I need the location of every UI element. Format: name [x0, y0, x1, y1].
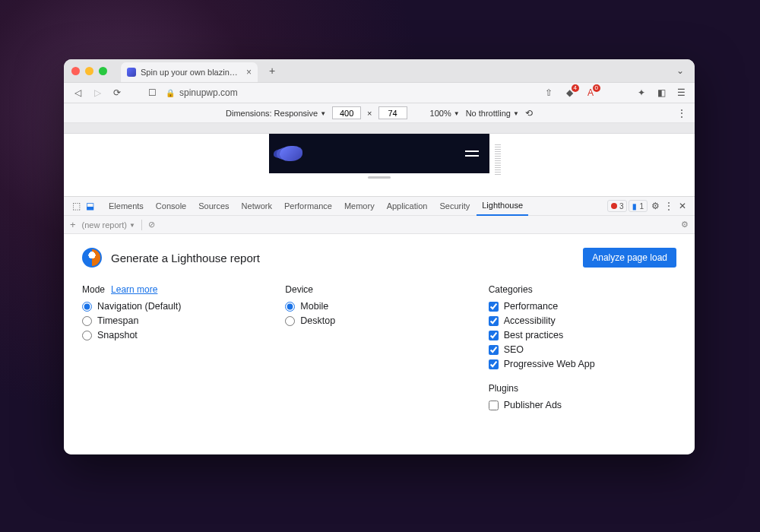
- device-mobile[interactable]: Mobile: [285, 301, 473, 312]
- cat-accessibility[interactable]: Accessibility: [489, 315, 676, 326]
- extensions-icon[interactable]: ✦: [635, 87, 648, 98]
- lighthouse-logo-icon: [82, 248, 102, 268]
- tab-application[interactable]: Application: [382, 197, 433, 216]
- tab-sources[interactable]: Sources: [193, 197, 234, 216]
- cat-seo[interactable]: SEO: [489, 344, 676, 355]
- page-preview[interactable]: [269, 134, 489, 181]
- account-icon[interactable]: ☰: [675, 87, 687, 98]
- back-button[interactable]: ◁: [71, 87, 84, 98]
- categories-heading: Categories: [489, 284, 676, 295]
- tab-strip: Spin up your own blazing fast W × + ⌄: [64, 59, 695, 82]
- tabs-overflow-icon[interactable]: ⌄: [676, 65, 684, 76]
- console-errors-badge[interactable]: 3: [607, 200, 628, 212]
- tab-elements[interactable]: Elements: [103, 197, 149, 216]
- clear-icon[interactable]: ⊘: [148, 220, 155, 230]
- tab-memory[interactable]: Memory: [339, 197, 380, 216]
- plugins-heading: Plugins: [489, 383, 676, 394]
- ruler: [64, 123, 695, 134]
- browser-tab[interactable]: Spin up your own blazing fast W ×: [121, 62, 258, 82]
- favicon-icon: [127, 68, 136, 77]
- share-icon[interactable]: ⇧: [543, 87, 555, 98]
- zoom-dropdown[interactable]: 100% ▼: [430, 109, 460, 118]
- toolbar: ◁ ▷ ⟳ ☐ 🔒 spinupwp.com ⇧ ◆4 A0 ✦ ◧ ☰: [64, 82, 695, 103]
- add-report-button[interactable]: +: [70, 219, 76, 230]
- devtools-more-icon[interactable]: ⋮: [663, 201, 675, 211]
- device-more-icon[interactable]: ⋮: [676, 107, 687, 119]
- categories-column: Categories Performance Accessibility Bes…: [489, 284, 676, 414]
- devtools-tabs: ⬚ ⬓ Elements Console Sources Network Per…: [64, 196, 695, 216]
- mode-navigation[interactable]: Navigation (Default): [82, 301, 270, 312]
- lighthouse-title: Generate a Lighthouse report: [111, 252, 260, 264]
- close-tab-icon[interactable]: ×: [246, 67, 252, 78]
- plugin-publisher-ads[interactable]: Publisher Ads: [489, 400, 676, 410]
- resize-handle[interactable]: [269, 173, 489, 181]
- device-desktop[interactable]: Desktop: [285, 315, 473, 326]
- tab-network[interactable]: Network: [236, 197, 277, 216]
- hamburger-icon[interactable]: [465, 150, 479, 157]
- browser-window: Spin up your own blazing fast W × + ⌄ ◁ …: [64, 59, 695, 454]
- tab-lighthouse[interactable]: Lighthouse: [477, 197, 528, 216]
- devtools-close-icon[interactable]: ✕: [676, 201, 689, 211]
- maximize-window-button[interactable]: [99, 67, 107, 75]
- close-window-button[interactable]: [71, 67, 80, 75]
- device-toggle-icon[interactable]: ⬓: [84, 201, 96, 211]
- inspect-icon[interactable]: ⬚: [70, 201, 82, 211]
- learn-more-link[interactable]: Learn more: [111, 284, 157, 295]
- mode-snapshot[interactable]: Snapshot: [82, 330, 270, 340]
- forward-button[interactable]: ▷: [91, 87, 103, 98]
- reload-button[interactable]: ⟳: [111, 87, 123, 98]
- cat-performance[interactable]: Performance: [489, 301, 676, 312]
- extension-badge-1[interactable]: ◆4: [562, 87, 576, 98]
- mode-column: ModeLearn more Navigation (Default) Time…: [82, 284, 270, 414]
- new-tab-button[interactable]: +: [264, 62, 280, 79]
- device-heading: Device: [285, 284, 473, 295]
- report-dropdown[interactable]: (new report) ▼: [82, 220, 135, 230]
- viewport-resize-handle[interactable]: [495, 144, 501, 175]
- throttling-dropdown[interactable]: No throttling ▼: [466, 109, 519, 118]
- times-label: ×: [367, 109, 372, 118]
- cat-pwa[interactable]: Progressive Web App: [489, 359, 676, 369]
- tab-performance[interactable]: Performance: [279, 197, 337, 216]
- lock-icon: 🔒: [166, 89, 175, 97]
- device-toolbar: Dimensions: Responsive ▼ × 100% ▼ No thr…: [64, 103, 695, 123]
- mode-heading: Mode: [82, 284, 105, 295]
- tab-console[interactable]: Console: [150, 197, 192, 216]
- extension-badge-2[interactable]: A0: [584, 87, 597, 98]
- width-input[interactable]: [332, 106, 361, 119]
- traffic-lights: [71, 67, 107, 75]
- minimize-window-button[interactable]: [85, 67, 93, 75]
- url-host: spinupwp.com: [179, 87, 238, 98]
- console-info-badge[interactable]: ▮1: [629, 200, 648, 212]
- rendered-viewport: [64, 134, 695, 196]
- rotate-icon[interactable]: ⟲: [525, 108, 533, 119]
- tab-title: Spin up your own blazing fast W: [141, 68, 242, 77]
- lighthouse-settings-icon[interactable]: ⚙: [681, 220, 689, 230]
- lighthouse-panel: Generate a Lighthouse report Analyze pag…: [64, 234, 695, 454]
- device-column: Device Mobile Desktop: [285, 284, 473, 414]
- analyze-button[interactable]: Analyze page load: [583, 248, 676, 268]
- mode-timespan[interactable]: Timespan: [82, 315, 270, 326]
- cat-best-practices[interactable]: Best practices: [489, 330, 676, 340]
- tab-security[interactable]: Security: [434, 197, 475, 216]
- sidepanel-icon[interactable]: ◧: [655, 87, 667, 98]
- address-bar[interactable]: 🔒 spinupwp.com: [166, 87, 535, 98]
- devtools-settings-icon[interactable]: ⚙: [649, 201, 661, 211]
- dimensions-dropdown[interactable]: Dimensions: Responsive ▼: [226, 109, 326, 118]
- site-logo-icon: [280, 146, 302, 161]
- lighthouse-toolbar: + (new report) ▼ ⊘ ⚙: [64, 216, 695, 234]
- bookmark-icon[interactable]: ☐: [146, 87, 158, 98]
- height-input[interactable]: [378, 106, 407, 119]
